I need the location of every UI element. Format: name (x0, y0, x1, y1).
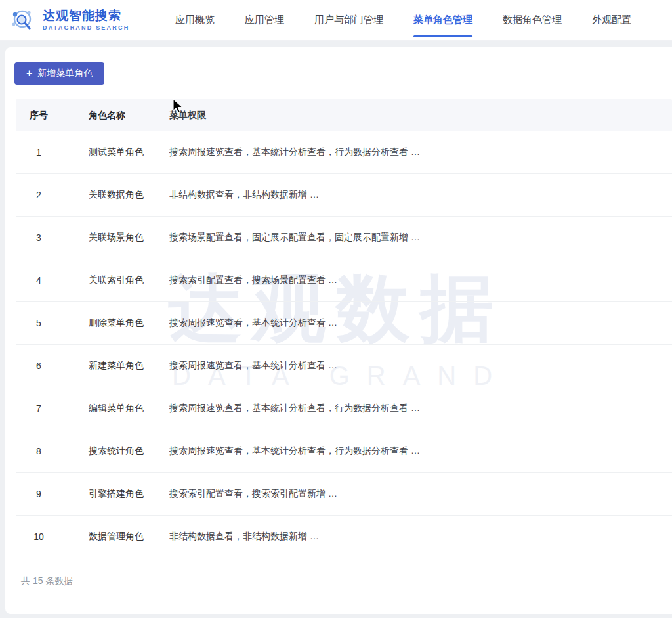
table-row[interactable]: 9 引擎搭建角色 搜索索引配置查看，搜索索引配置新增 … (16, 473, 672, 516)
row-permissions: 搜索场景配置查看，固定展示配置查看，固定展示配置新增 … (169, 232, 672, 244)
tab-user-department-management[interactable]: 用户与部门管理 (314, 0, 383, 40)
table-row[interactable]: 5 删除菜单角色 搜索周报速览查看，基本统计分析查看 … (16, 302, 672, 345)
row-permissions: 搜索索引配置查看，搜索索引配置新增 … (169, 488, 672, 500)
menu-role-table: 序号 角色名称 菜单权限 1 测试菜单角色 搜索周报速览查看，基本统计分析查看，… (16, 99, 672, 587)
row-permissions: 搜索周报速览查看，基本统计分析查看 … (169, 317, 672, 329)
tab-data-role-management[interactable]: 数据角色管理 (503, 0, 562, 40)
row-permissions: 搜索周报速览查看，基本统计分析查看，行为数据分析查看 … (169, 146, 672, 158)
top-nav: 达观智能搜索 DATAGRAND SEARCH 应用概览 应用管理 用户与部门管… (0, 0, 672, 41)
table-row[interactable]: 2 关联数据角色 非结构数据查看，非结构数据新增 … (16, 174, 672, 217)
table-row[interactable]: 7 编辑菜单角色 搜索周报速览查看，基本统计分析查看，行为数据分析查看 … (16, 387, 672, 430)
row-role-name: 引擎搭建角色 (89, 488, 169, 500)
row-role-name: 搜索统计角色 (89, 445, 169, 457)
row-role-name: 编辑菜单角色 (89, 403, 169, 414)
row-index: 1 (16, 147, 89, 158)
row-permissions: 搜索索引配置查看，搜索场景配置查看 … (169, 275, 672, 286)
brand-title: 达观智能搜索 (43, 9, 129, 23)
row-index: 6 (16, 361, 89, 371)
plus-icon: + (26, 68, 32, 79)
content-card: 达观数据 DATA GRAND + 新增菜单角色 序号 角色名称 菜单权限 1 … (5, 47, 672, 614)
row-permissions: 搜索周报速览查看，基本统计分析查看 … (169, 360, 672, 372)
row-permissions: 搜索周报速览查看，基本统计分析查看，行为数据分析查看 … (169, 445, 672, 457)
row-index: 8 (16, 446, 89, 456)
row-role-name: 删除菜单角色 (89, 317, 169, 329)
row-role-name: 测试菜单角色 (89, 146, 169, 158)
row-role-name: 新建菜单角色 (89, 360, 169, 372)
column-header-index: 序号 (16, 110, 89, 121)
table-row[interactable]: 10 数据管理角色 非结构数据查看，非结构数据新增 … (16, 516, 672, 558)
add-menu-role-button-label: 新增菜单角色 (37, 68, 93, 79)
table-row[interactable]: 3 关联场景角色 搜索场景配置查看，固定展示配置查看，固定展示配置新增 … (16, 217, 672, 259)
row-permissions: 搜索周报速览查看，基本统计分析查看，行为数据分析查看 … (169, 403, 672, 414)
table-row[interactable]: 8 搜索统计角色 搜索周报速览查看，基本统计分析查看，行为数据分析查看 … (16, 430, 672, 473)
column-header-role-name: 角色名称 (89, 110, 169, 121)
row-index: 2 (16, 190, 89, 200)
table-row[interactable]: 6 新建菜单角色 搜索周报速览查看，基本统计分析查看 … (16, 345, 672, 387)
tab-menu-role-management[interactable]: 菜单角色管理 (413, 0, 472, 40)
row-permissions: 非结构数据查看，非结构数据新增 … (169, 189, 672, 201)
row-index: 4 (16, 275, 89, 286)
nav-tabs: 应用概览 应用管理 用户与部门管理 菜单角色管理 数据角色管理 外观配置 (175, 0, 672, 40)
tab-appearance-config[interactable]: 外观配置 (592, 0, 631, 40)
row-role-name: 数据管理角色 (89, 531, 169, 542)
column-header-menu-permissions: 菜单权限 (169, 110, 672, 121)
brand-subtitle: DATAGRAND SEARCH (43, 24, 129, 31)
row-index: 3 (16, 232, 89, 243)
tab-app-management[interactable]: 应用管理 (245, 0, 284, 40)
row-role-name: 关联数据角色 (89, 189, 169, 201)
row-index: 10 (16, 531, 89, 542)
table-row[interactable]: 4 关联索引角色 搜索索引配置查看，搜索场景配置查看 … (16, 259, 672, 302)
brand-logo[interactable]: 达观智能搜索 DATAGRAND SEARCH (9, 7, 129, 34)
logo-icon (9, 7, 37, 34)
row-role-name: 关联索引角色 (89, 275, 169, 286)
row-index: 5 (16, 318, 89, 328)
add-menu-role-button[interactable]: + 新增菜单角色 (14, 62, 104, 85)
row-role-name: 关联场景角色 (89, 232, 169, 244)
row-permissions: 非结构数据查看，非结构数据新增 … (169, 531, 672, 542)
row-index: 9 (16, 489, 89, 499)
row-index: 7 (16, 403, 89, 414)
tab-app-overview[interactable]: 应用概览 (175, 0, 215, 40)
table-total-count: 共 15 条数据 (16, 558, 672, 587)
table-row[interactable]: 1 测试菜单角色 搜索周报速览查看，基本统计分析查看，行为数据分析查看 … (16, 131, 672, 174)
table-header-row: 序号 角色名称 菜单权限 (16, 99, 672, 131)
